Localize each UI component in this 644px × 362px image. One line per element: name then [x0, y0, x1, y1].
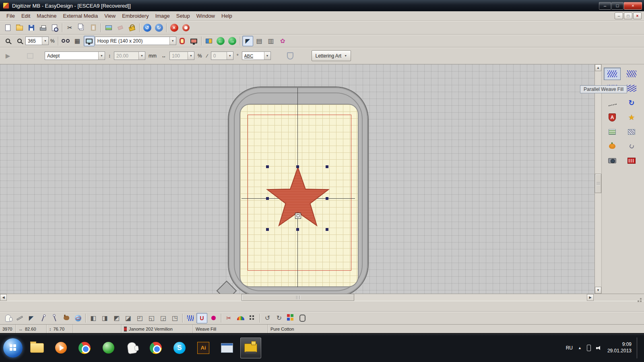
taskbar-illustrator[interactable]: Ai [193, 337, 214, 358]
dropdown-arrow-icon[interactable]: ▼ [227, 52, 233, 60]
sequin-tool-button[interactable] [623, 140, 640, 152]
punchwork-button[interactable] [604, 140, 621, 152]
letter-height-combobox[interactable]: 20.00 ▼ [114, 51, 145, 60]
help-button[interactable] [180, 23, 191, 33]
magnet-button[interactable]: U [196, 313, 207, 323]
design-canvas[interactable] [0, 64, 594, 294]
taskbar-media-player[interactable] [50, 337, 71, 358]
menu-window[interactable]: Window [193, 12, 218, 20]
selection-handle-top-center[interactable] [296, 165, 299, 168]
mdi-minimize-button[interactable]: – [615, 12, 623, 19]
dropdown-arrow-icon[interactable]: ▼ [169, 37, 176, 45]
scroll-up-button[interactable]: ▲ [595, 64, 601, 71]
scroll-down-button[interactable]: ▼ [595, 287, 601, 294]
minimize-button[interactable]: – [599, 2, 611, 10]
selection-handle-mid-right[interactable] [326, 197, 328, 200]
sequence-view-button[interactable]: ▤ [254, 36, 265, 46]
menu-setup[interactable]: Setup [173, 12, 193, 20]
needle-point-button[interactable] [37, 313, 48, 323]
carving-stamp-button[interactable] [623, 125, 640, 138]
monogram-border-button[interactable] [285, 51, 296, 61]
menu-file[interactable]: File [3, 12, 18, 20]
slant-angle-combobox[interactable]: 0 ▼ [211, 51, 233, 60]
maximize-button[interactable]: □ [611, 2, 623, 10]
language-indicator[interactable]: RU [566, 345, 573, 351]
taskbar-app-window[interactable] [217, 337, 237, 358]
baseline-combobox[interactable]: ABC ▼ [242, 51, 271, 60]
grid-toggle-button[interactable]: ▦ [72, 36, 83, 46]
menu-edit[interactable]: Edit [18, 12, 33, 20]
taskbar-app-green[interactable] [98, 337, 119, 358]
open-design-button[interactable] [14, 23, 25, 33]
photo-stitch-button[interactable] [604, 154, 621, 167]
cut-button[interactable]: ✂ [64, 23, 75, 33]
thread-palette-button[interactable] [235, 313, 246, 323]
menu-external-media[interactable]: External Media [60, 12, 101, 20]
rotate-cw-button[interactable]: ↻ [274, 313, 285, 323]
save-design-button[interactable] [26, 23, 37, 33]
stitch-view-button[interactable] [60, 36, 71, 46]
dropdown-arrow-icon[interactable]: ▼ [42, 37, 48, 45]
show-desktop-button[interactable] [637, 337, 641, 358]
color-blocks-button[interactable] [285, 313, 296, 323]
pan-button[interactable] [2, 313, 13, 323]
letter-width-combobox[interactable]: 100 ▼ [169, 51, 194, 60]
color-film-button[interactable] [623, 154, 640, 167]
weave-fill-button[interactable] [604, 68, 621, 80]
align-stitches-button[interactable] [185, 313, 196, 323]
rotate-45-cw-button[interactable]: ◱ [146, 313, 157, 323]
redo-button[interactable]: ↻ [153, 23, 164, 33]
hidden-icons-chevron[interactable]: ▲ [578, 346, 582, 350]
menu-machine[interactable]: Machine [33, 12, 60, 20]
dropdown-arrow-icon[interactable]: ▼ [188, 52, 194, 60]
zoom-in-button[interactable] [2, 36, 13, 46]
center-anchor-icon[interactable] [295, 213, 301, 219]
mdi-close-button[interactable]: × [633, 12, 642, 19]
dropdown-arrow-icon[interactable]: ▼ [138, 52, 145, 60]
rotate-90-cw-button[interactable]: ◳ [169, 313, 180, 323]
frame-tool-button[interactable] [25, 51, 35, 61]
monogram-button[interactable]: A [604, 111, 621, 123]
menu-embroidery[interactable]: Embroidery [119, 12, 152, 20]
flip-button[interactable]: ◪ [123, 313, 134, 323]
run-stitch-button[interactable] [604, 97, 621, 109]
ellipse-tool-button[interactable] [208, 313, 219, 323]
hoop-combobox[interactable]: Hoop RE (140 x 200) ▼ [95, 37, 176, 45]
thread-scissors-button[interactable]: ✂ [223, 313, 234, 323]
show-hoop-toggle[interactable] [84, 36, 95, 46]
slow-redraw-button[interactable]: ↻ [623, 97, 640, 109]
scroll-right-button[interactable]: ▶ [587, 294, 594, 301]
rotate-45-ccw-button[interactable]: ◰ [134, 313, 145, 323]
fill-color-button[interactable] [126, 23, 137, 33]
print-preview-button[interactable] [49, 23, 60, 33]
forward-button[interactable]: → [227, 36, 238, 46]
mirror-vertical-button[interactable]: ◨ [99, 313, 110, 323]
lettering-art-button[interactable]: Lettering Art ▼ [312, 50, 351, 61]
pin-stitch-button[interactable] [49, 313, 60, 323]
selection-handle-top-right[interactable] [326, 165, 328, 168]
vertical-scroll-thumb[interactable] [595, 174, 601, 193]
new-design-button[interactable] [2, 23, 13, 33]
rotate-90-ccw-button[interactable]: ◲ [158, 313, 169, 323]
start-button[interactable] [3, 338, 23, 358]
knife-button[interactable] [14, 313, 25, 323]
stitch-dots-button[interactable] [247, 313, 258, 323]
copy-button[interactable] [76, 23, 87, 33]
zoom-out-button[interactable] [14, 36, 25, 46]
horizontal-scroll-thumb[interactable] [242, 294, 354, 301]
zoom-level-combobox[interactable]: 365 ▼ [25, 37, 49, 45]
star-design-object[interactable] [262, 164, 333, 235]
taskbar-clock[interactable]: 9:09 29.01.2013 [607, 341, 632, 354]
print-button[interactable] [37, 23, 48, 33]
back-button[interactable]: ← [215, 36, 226, 46]
star-lettering-button[interactable]: ★ [623, 111, 640, 123]
close-design-button[interactable]: × [169, 23, 180, 33]
applique-button[interactable] [61, 313, 72, 323]
insert-image-button[interactable] [103, 23, 114, 33]
volume-icon[interactable] [596, 345, 602, 351]
font-combobox[interactable]: Adept ▼ [45, 51, 105, 60]
sequence-manager-button[interactable]: ▥ [266, 36, 277, 46]
close-button[interactable]: × [624, 2, 642, 10]
software-settings-button[interactable]: ✿ [277, 36, 288, 46]
dropdown-arrow-icon[interactable]: ▼ [264, 52, 270, 60]
